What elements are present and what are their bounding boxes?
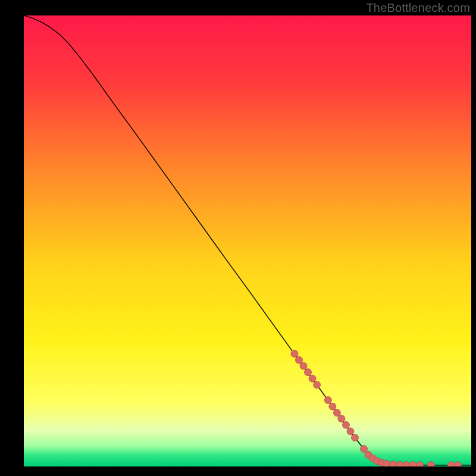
data-marker bbox=[361, 445, 368, 452]
data-marker bbox=[342, 421, 349, 428]
chart-container: TheBottleneck.com bbox=[0, 0, 476, 476]
data-marker bbox=[351, 434, 358, 441]
data-marker bbox=[338, 415, 345, 422]
data-marker bbox=[416, 462, 424, 466]
data-marker bbox=[403, 462, 410, 467]
data-marker bbox=[295, 356, 302, 364]
data-marker bbox=[324, 397, 331, 404]
data-marker bbox=[396, 461, 403, 466]
data-marker bbox=[300, 362, 307, 369]
data-marker bbox=[333, 409, 340, 416]
chart-svg bbox=[24, 15, 471, 466]
data-marker bbox=[305, 369, 312, 376]
gradient-bg bbox=[24, 15, 471, 466]
data-marker bbox=[454, 462, 461, 466]
data-marker bbox=[291, 350, 298, 358]
data-marker bbox=[383, 460, 390, 466]
chart-plot bbox=[24, 15, 471, 466]
data-marker bbox=[447, 462, 455, 466]
data-marker bbox=[347, 428, 354, 435]
data-marker bbox=[409, 462, 416, 466]
data-marker bbox=[389, 461, 396, 466]
data-marker bbox=[309, 375, 316, 382]
data-marker bbox=[329, 403, 336, 410]
attribution-label: TheBottleneck.com bbox=[366, 1, 470, 15]
data-marker bbox=[314, 381, 321, 389]
data-marker bbox=[427, 462, 434, 466]
